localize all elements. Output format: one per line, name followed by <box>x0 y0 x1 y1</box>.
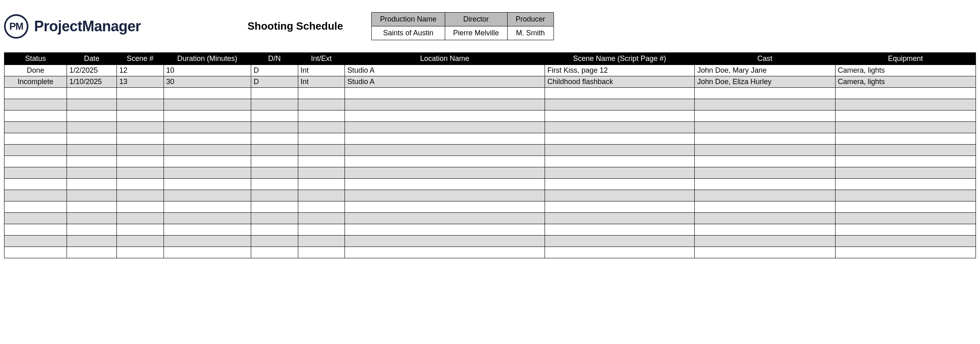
cell-scenename[interactable] <box>545 88 694 99</box>
cell-scenename[interactable]: Childhood flashback <box>545 76 694 88</box>
cell-scenename[interactable] <box>545 156 694 167</box>
cell-intext[interactable] <box>298 236 345 247</box>
cell-duration[interactable] <box>164 99 251 110</box>
cell-status[interactable] <box>4 167 67 179</box>
cell-dn[interactable] <box>251 201 298 213</box>
cell-scenename[interactable] <box>545 122 694 133</box>
cell-equipment[interactable] <box>835 110 976 122</box>
cell-date[interactable] <box>67 145 116 156</box>
cell-cast[interactable] <box>695 122 835 133</box>
cell-cast[interactable] <box>695 179 835 190</box>
cell-date[interactable] <box>67 99 116 110</box>
cell-scene[interactable] <box>117 156 164 167</box>
cell-dn[interactable] <box>251 247 298 258</box>
cell-dn[interactable] <box>251 99 298 110</box>
cell-scenename[interactable] <box>545 110 694 122</box>
cell-scenename[interactable] <box>545 133 694 145</box>
cell-cast[interactable]: John Doe, Eliza Hurley <box>695 76 835 88</box>
cell-date[interactable] <box>67 179 116 190</box>
cell-status[interactable] <box>4 88 67 99</box>
prod-value-director[interactable]: Pierre Melville <box>445 26 507 40</box>
cell-duration[interactable] <box>164 110 251 122</box>
cell-location[interactable] <box>345 110 545 122</box>
cell-intext[interactable] <box>298 201 345 213</box>
cell-intext[interactable]: Int <box>298 65 345 76</box>
cell-date[interactable] <box>67 110 116 122</box>
cell-scene[interactable] <box>117 133 164 145</box>
cell-intext[interactable] <box>298 213 345 224</box>
cell-scenename[interactable] <box>545 99 694 110</box>
cell-equipment[interactable] <box>835 145 976 156</box>
cell-equipment[interactable] <box>835 99 976 110</box>
cell-intext[interactable] <box>298 224 345 236</box>
cell-scene[interactable] <box>117 236 164 247</box>
cell-location[interactable] <box>345 88 545 99</box>
cell-intext[interactable] <box>298 190 345 201</box>
cell-scene[interactable] <box>117 122 164 133</box>
cell-status[interactable]: Incomplete <box>4 76 67 88</box>
cell-scenename[interactable]: First Kiss, page 12 <box>545 65 694 76</box>
cell-scenename[interactable] <box>545 224 694 236</box>
cell-scenename[interactable] <box>545 213 694 224</box>
cell-dn[interactable] <box>251 236 298 247</box>
cell-date[interactable] <box>67 190 116 201</box>
cell-scene[interactable] <box>117 145 164 156</box>
cell-status[interactable] <box>4 122 67 133</box>
cell-intext[interactable]: Int <box>298 76 345 88</box>
cell-location[interactable] <box>345 156 545 167</box>
cell-dn[interactable] <box>251 88 298 99</box>
cell-status[interactable] <box>4 110 67 122</box>
cell-location[interactable] <box>345 122 545 133</box>
cell-date[interactable]: 1/10/2025 <box>67 76 116 88</box>
cell-intext[interactable] <box>298 88 345 99</box>
cell-location[interactable] <box>345 224 545 236</box>
cell-equipment[interactable] <box>835 201 976 213</box>
cell-dn[interactable] <box>251 179 298 190</box>
cell-equipment[interactable] <box>835 247 976 258</box>
cell-scene[interactable] <box>117 224 164 236</box>
cell-location[interactable] <box>345 190 545 201</box>
cell-date[interactable] <box>67 224 116 236</box>
cell-equipment[interactable] <box>835 179 976 190</box>
cell-cast[interactable] <box>695 110 835 122</box>
cell-equipment[interactable] <box>835 122 976 133</box>
cell-scene[interactable] <box>117 213 164 224</box>
cell-location[interactable] <box>345 179 545 190</box>
cell-equipment[interactable] <box>835 224 976 236</box>
cell-intext[interactable] <box>298 110 345 122</box>
cell-intext[interactable] <box>298 247 345 258</box>
cell-duration[interactable] <box>164 133 251 145</box>
cell-intext[interactable] <box>298 122 345 133</box>
cell-cast[interactable]: John Doe, Mary Jane <box>695 65 835 76</box>
cell-dn[interactable] <box>251 122 298 133</box>
cell-location[interactable] <box>345 247 545 258</box>
cell-scene[interactable] <box>117 110 164 122</box>
cell-duration[interactable] <box>164 213 251 224</box>
cell-status[interactable] <box>4 247 67 258</box>
cell-duration[interactable] <box>164 224 251 236</box>
cell-cast[interactable] <box>695 145 835 156</box>
cell-location[interactable] <box>345 236 545 247</box>
cell-status[interactable] <box>4 213 67 224</box>
cell-status[interactable] <box>4 99 67 110</box>
cell-status[interactable]: Done <box>4 65 67 76</box>
cell-duration[interactable] <box>164 190 251 201</box>
cell-status[interactable] <box>4 179 67 190</box>
cell-scenename[interactable] <box>545 190 694 201</box>
cell-scenename[interactable] <box>545 179 694 190</box>
cell-cast[interactable] <box>695 156 835 167</box>
cell-cast[interactable] <box>695 236 835 247</box>
cell-date[interactable] <box>67 88 116 99</box>
prod-value-name[interactable]: Saints of Austin <box>372 26 445 40</box>
cell-date[interactable] <box>67 213 116 224</box>
cell-cast[interactable] <box>695 88 835 99</box>
cell-status[interactable] <box>4 133 67 145</box>
cell-status[interactable] <box>4 201 67 213</box>
cell-cast[interactable] <box>695 133 835 145</box>
cell-date[interactable] <box>67 122 116 133</box>
cell-equipment[interactable] <box>835 213 976 224</box>
cell-duration[interactable] <box>164 122 251 133</box>
cell-date[interactable] <box>67 133 116 145</box>
cell-status[interactable] <box>4 156 67 167</box>
cell-scenename[interactable] <box>545 236 694 247</box>
